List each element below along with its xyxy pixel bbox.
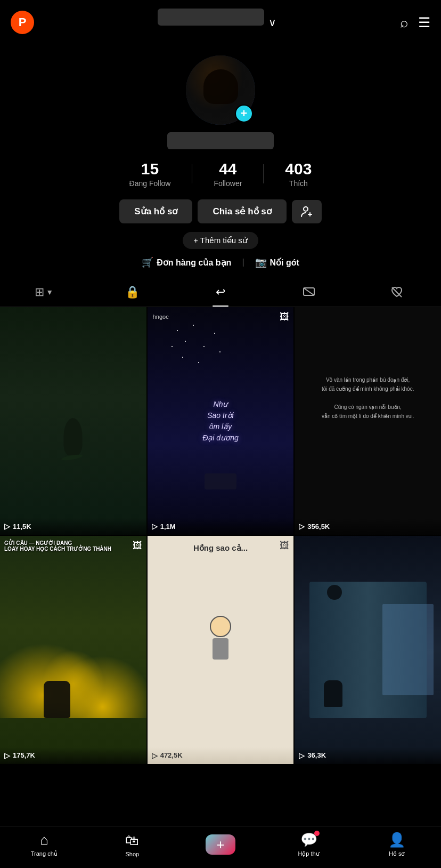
- tab-liked[interactable]: [353, 278, 441, 307]
- premium-badge[interactable]: P: [11, 11, 34, 34]
- following-label: Đang Follow: [129, 179, 171, 188]
- tab-grid[interactable]: ⊞ ▼: [0, 278, 88, 307]
- video-views-2: ▷ 1,1M: [152, 522, 290, 531]
- stat-following[interactable]: 15 Đang Follow: [108, 160, 192, 188]
- vid4-text: GỬI CẬU — NGƯỜI ĐANGLOAY HOAY HỌC CÁCH T…: [4, 540, 111, 552]
- username-area[interactable]: ∨: [158, 9, 276, 36]
- play-icon: ▷: [152, 751, 158, 760]
- shop-orders-item[interactable]: 🛒 Đơn hàng của bạn: [142, 256, 231, 268]
- tab-bar: ⊞ ▼ 🔒 ↩: [0, 278, 441, 307]
- nav-create[interactable]: +: [205, 834, 236, 855]
- video-overlay-4: ▷ 175,7K: [0, 747, 146, 764]
- photo-badge-5: 🖼: [280, 540, 289, 551]
- video-views-5: ▷ 472,5K: [152, 751, 290, 760]
- vid3-quote: Vô vàn lần trong phần bù đoạn đời,tôi đã…: [302, 375, 434, 421]
- play-icon: ▷: [299, 751, 305, 760]
- profile-section: + 15 Đang Follow 44 Follower 403 Thích S…: [0, 45, 441, 278]
- header: P ∨ ⌕ ☰: [0, 0, 441, 45]
- video-views-1: ▷ 11,5K: [4, 522, 142, 531]
- bio-link-area: + Thêm tiểu sử: [183, 232, 258, 249]
- followers-label: Follower: [214, 179, 242, 188]
- profile-icon: 👤: [388, 832, 405, 848]
- inbox-label: Hộp thư: [298, 850, 319, 857]
- no-comment-icon: [302, 285, 316, 299]
- nav-shop[interactable]: 🛍 Shop: [116, 832, 148, 857]
- nav-inbox[interactable]: 💬 Hộp thư: [293, 832, 325, 857]
- edit-profile-button[interactable]: Sửa hồ sơ: [119, 199, 192, 223]
- likes-count: 403: [285, 160, 312, 178]
- tab-no-comment[interactable]: [265, 278, 353, 307]
- nav-profile[interactable]: 👤 Hồ sơ: [381, 832, 413, 857]
- play-icon: ▷: [152, 522, 158, 531]
- video-thumb-3[interactable]: Vô vàn lần trong phần bù đoạn đời,tôi đã…: [295, 307, 441, 535]
- profile-label: Hồ sơ: [389, 850, 405, 857]
- video-thumb-6[interactable]: ▷ 36,3K: [295, 536, 441, 763]
- video-overlay-6: ▷ 36,3K: [295, 747, 441, 764]
- followers-count: 44: [219, 160, 236, 178]
- view-count: 11,5K: [13, 523, 31, 531]
- stat-likes[interactable]: 403 Thích: [264, 160, 333, 188]
- menu-icon[interactable]: ☰: [418, 14, 430, 31]
- video-overlay-5: ▷ 472,5K: [148, 747, 294, 764]
- vid5-text: Hồng sao cả...: [193, 543, 248, 553]
- vid2-username: hngoc: [153, 314, 169, 320]
- video-thumb-5[interactable]: Hồng sao cả... 🖼 ▷ 472,5K: [148, 536, 294, 763]
- add-bio-button[interactable]: + Thêm tiểu sử: [183, 232, 258, 249]
- video-overlay-3: ▷ 356,5K: [295, 518, 441, 535]
- grid-dropdown-icon: ▼: [46, 288, 53, 296]
- play-icon: ▷: [4, 751, 10, 760]
- view-count: 175,7K: [13, 751, 35, 759]
- view-count: 356,5K: [307, 523, 330, 531]
- header-left: P: [11, 11, 34, 34]
- svg-line-4: [304, 288, 314, 295]
- likes-label: Thích: [289, 179, 308, 188]
- view-count: 1,1M: [160, 523, 176, 531]
- following-count: 15: [141, 160, 159, 178]
- shop-icon: 🛍: [125, 832, 139, 849]
- follow-trend-icon: 📷: [255, 256, 267, 268]
- video-grid: ▷ 11,5K hngoc NhưSao trờiôm lấyĐại dương…: [0, 307, 441, 764]
- shop-divider: |: [242, 258, 244, 267]
- action-buttons: Sửa hồ sơ Chia sẻ hồ sơ: [11, 199, 430, 223]
- add-friend-icon: [300, 205, 313, 218]
- username-placeholder: [158, 9, 264, 26]
- stats-row: 15 Đang Follow 44 Follower 403 Thích: [11, 160, 430, 188]
- grid-icon: ⊞: [35, 285, 44, 299]
- inbox-notification-badge: [314, 831, 320, 836]
- glasses-icon[interactable]: ⌕: [400, 14, 409, 31]
- video-thumb-1[interactable]: ▷ 11,5K: [0, 307, 146, 535]
- inbox-badge-container: 💬: [300, 832, 317, 848]
- cart-icon: 🛒: [142, 256, 153, 268]
- photo-badge-4: 🖼: [133, 540, 142, 551]
- play-icon: ▷: [4, 522, 10, 531]
- view-count: 36,3K: [307, 751, 326, 759]
- play-icon: ▷: [299, 522, 305, 531]
- display-name-placeholder: [167, 132, 274, 149]
- share-profile-button[interactable]: Chia sẻ hồ sơ: [198, 199, 286, 223]
- view-count: 472,5K: [160, 751, 183, 759]
- video-views-6: ▷ 36,3K: [299, 751, 437, 760]
- tab-private[interactable]: 🔒: [88, 278, 177, 307]
- stat-followers[interactable]: 44 Follower: [192, 160, 263, 188]
- vid2-title: NhưSao trờiôm lấyĐại dương: [202, 399, 238, 444]
- shop-label: Shop: [126, 851, 140, 857]
- tab-repost[interactable]: ↩: [176, 278, 265, 307]
- home-label: Trang chủ: [31, 850, 58, 857]
- nav-home[interactable]: ⌂ Trang chủ: [28, 832, 60, 857]
- dropdown-arrow-icon[interactable]: ∨: [268, 16, 276, 29]
- shop-orders-label: Đơn hàng của bạn: [157, 258, 231, 268]
- create-button[interactable]: +: [206, 834, 235, 855]
- shop-row: 🛒 Đơn hàng của bạn | 📷 Nối gót: [142, 256, 299, 268]
- video-thumb-2[interactable]: hngoc NhưSao trờiôm lấyĐại dương 🖼 ▷ 1,1…: [148, 307, 294, 535]
- svg-point-0: [304, 207, 308, 211]
- video-views-3: ▷ 356,5K: [299, 522, 437, 531]
- photo-badge-2: 🖼: [280, 311, 289, 323]
- add-avatar-button[interactable]: +: [235, 105, 253, 123]
- follow-trend-item[interactable]: 📷 Nối gót: [255, 256, 299, 268]
- add-friend-button[interactable]: [292, 200, 322, 223]
- avatar-container: +: [186, 55, 255, 125]
- video-overlay-1: ▷ 11,5K: [0, 518, 146, 535]
- lock-icon: 🔒: [125, 285, 140, 299]
- header-icons: ⌕ ☰: [400, 14, 430, 31]
- video-thumb-4[interactable]: GỬI CẬU — NGƯỜI ĐANGLOAY HOAY HỌC CÁCH T…: [0, 536, 146, 763]
